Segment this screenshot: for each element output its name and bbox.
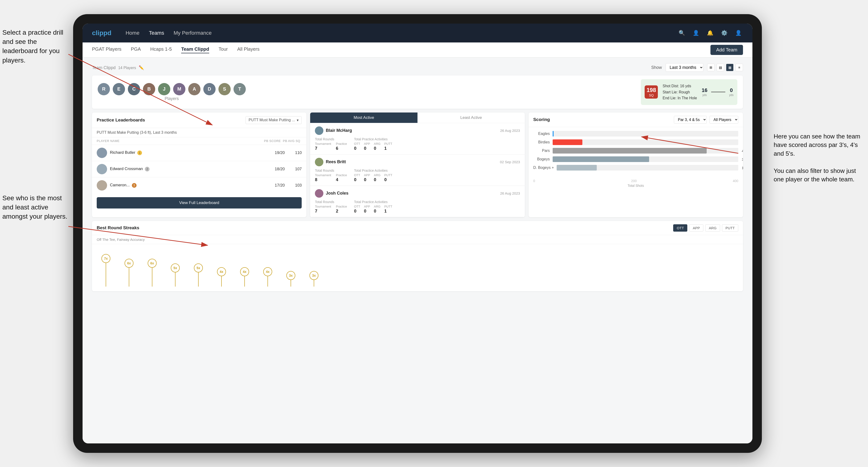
tablet-screen: clippd Home Teams My Performance 🔍 👤 🔔 ⚙… bbox=[83, 24, 752, 443]
player-avatar-8[interactable]: D bbox=[203, 83, 216, 95]
total-rounds-group-3: Total Rounds Tournament7 Practice2 bbox=[315, 200, 347, 214]
leaderboard-row-3[interactable]: Cameron... 3 17/20 103 bbox=[92, 177, 306, 193]
add-team-button[interactable]: Add Team bbox=[710, 45, 743, 55]
ap-name-row-2: Rees Britt bbox=[315, 158, 346, 166]
leaderboard-row-2[interactable]: Edward Crossman 2 18/20 107 bbox=[92, 161, 306, 177]
grid-view-icon[interactable]: ⊞ bbox=[707, 64, 715, 71]
avatar-icon[interactable]: 👤 bbox=[734, 28, 743, 38]
player-avatar-6[interactable]: M bbox=[173, 83, 185, 95]
shot-card: 198 SQ Shot Dist: 16 yds Start Lie: Roug… bbox=[641, 79, 737, 105]
users-icon[interactable]: 👤 bbox=[691, 28, 701, 38]
lb-info-2: Edward Crossman 2 bbox=[110, 166, 268, 172]
lollipop-4: 5x bbox=[171, 263, 180, 286]
subnav-team-clippd[interactable]: Team Clippd bbox=[181, 46, 209, 53]
lollipop-dot-6: 4x bbox=[217, 267, 226, 276]
nav-home[interactable]: Home bbox=[125, 30, 140, 36]
total-practice-group-2: Total Practice Activities OTT0 APP0 ARG0… bbox=[354, 168, 392, 182]
player-avatar-5[interactable]: J bbox=[158, 83, 170, 95]
lollipop-dot-3: 6x bbox=[148, 259, 157, 268]
streaks-tab-ott[interactable]: OTT bbox=[673, 224, 687, 231]
player-avatar-9[interactable]: S bbox=[218, 83, 231, 95]
lollipop-line-8 bbox=[268, 276, 268, 286]
subnav-tour[interactable]: Tour bbox=[219, 46, 228, 53]
players-card: R E C B J M A D S T Players bbox=[92, 75, 743, 109]
player-avatar-1[interactable]: R bbox=[98, 83, 110, 95]
bar-fill-birdies bbox=[553, 139, 582, 145]
three-column-grid: Practice Leaderboards PUTT Must Make Put… bbox=[92, 113, 743, 217]
subnav-pga[interactable]: PGA bbox=[131, 46, 141, 53]
leaderboard-filter[interactable]: PUTT Must Make Putting ... ▾ bbox=[246, 116, 302, 124]
player-avatar-4[interactable]: B bbox=[143, 83, 155, 95]
leaderboard-row-1[interactable]: Richard Butler 1 19/20 110 bbox=[92, 145, 306, 161]
ap-avatar-2 bbox=[315, 158, 323, 166]
ap-stats-2: Total Rounds Tournament8 Practice4 Total… bbox=[315, 168, 520, 182]
nav-teams[interactable]: Teams bbox=[149, 30, 164, 36]
settings-icon[interactable]: ⚙️ bbox=[719, 28, 729, 38]
subnav: PGAT Players PGA Hcaps 1-5 Team Clippd T… bbox=[83, 42, 752, 58]
lollipop-10: 3x bbox=[309, 271, 318, 286]
yardage-display: 16 yds 0 yds bbox=[702, 87, 734, 97]
most-active-tab[interactable]: Most Active bbox=[310, 113, 417, 123]
activity-tabs: Most Active Least Active bbox=[310, 113, 525, 123]
chart-axis-title: Total Shots bbox=[529, 184, 743, 187]
bell-icon[interactable]: 🔔 bbox=[705, 28, 715, 38]
chart-axis: 0 200 400 bbox=[529, 177, 743, 183]
lollipop-5: 5x bbox=[194, 263, 203, 286]
chevron-down-icon: ▾ bbox=[297, 118, 299, 122]
par-filter-select[interactable]: Par 3, 4 & 5s bbox=[674, 116, 707, 124]
lb-avatar-3 bbox=[97, 180, 107, 191]
player-avatar-7[interactable]: A bbox=[188, 83, 200, 95]
subnav-pgat[interactable]: PGAT Players bbox=[92, 46, 121, 53]
annotation-bottom-left: See who is the most and least active amo… bbox=[2, 193, 68, 221]
navbar-icons: 🔍 👤 🔔 ⚙️ 👤 bbox=[677, 28, 743, 38]
leaderboard-card-header: Practice Leaderboards PUTT Must Make Put… bbox=[92, 113, 306, 128]
ap-name-row-3: Josh Coles bbox=[315, 189, 348, 198]
subnav-hcaps[interactable]: Hcaps 1-5 bbox=[150, 46, 172, 53]
ap-stats-1: Total Rounds Tournament 7 Practice 6 bbox=[315, 137, 520, 151]
streaks-header: Best Round Streaks OTT APP ARG PUTT bbox=[92, 221, 743, 235]
lollipop-6: 4x bbox=[217, 267, 226, 286]
player-avatar-3[interactable]: C bbox=[128, 83, 140, 95]
lollipop-dot-10: 3x bbox=[309, 271, 318, 280]
streaks-tabs: OTT APP ARG PUTT bbox=[673, 224, 738, 231]
card-view-icon[interactable]: ▦ bbox=[726, 64, 734, 71]
lollipop-3: 6x bbox=[148, 259, 157, 286]
players-section: R E C B J M A D S T Players bbox=[98, 83, 246, 101]
ap-header-3: Josh Coles 26 Aug 2023 bbox=[315, 189, 520, 198]
scoring-card: Scoring Par 3, 4 & 5s All Players bbox=[529, 113, 743, 217]
nav-performance[interactable]: My Performance bbox=[174, 30, 212, 36]
lollipop-line-4 bbox=[175, 272, 176, 286]
lb-info-3: Cameron... 3 bbox=[110, 183, 268, 188]
view-full-leaderboard-button[interactable]: View Full Leaderboard bbox=[97, 197, 302, 209]
lollipop-1: 7x bbox=[101, 254, 111, 286]
navbar: clippd Home Teams My Performance 🔍 👤 🔔 ⚙… bbox=[83, 24, 752, 42]
player-avatar-10[interactable]: T bbox=[234, 83, 246, 95]
bar-fill-bogeys bbox=[553, 156, 649, 162]
bar-fill-dbogeys bbox=[557, 165, 596, 170]
edit-team-icon[interactable]: ✏️ bbox=[139, 65, 144, 70]
player-filter-select[interactable]: All Players bbox=[710, 116, 738, 124]
streaks-tab-arg[interactable]: ARG bbox=[705, 224, 720, 231]
bar-row-eagles: Eagles 3 bbox=[533, 131, 738, 136]
subnav-all-players[interactable]: All Players bbox=[237, 46, 259, 53]
lollipop-line-10 bbox=[314, 280, 314, 286]
team-controls: Show Last 3 months ⊞ ▤ ▦ ≡ bbox=[651, 63, 743, 72]
streaks-tab-putt[interactable]: PUTT bbox=[722, 224, 738, 231]
streaks-tab-app[interactable]: APP bbox=[689, 224, 703, 231]
team-header: Team Clippd 14 Players ✏️ Show Last 3 mo… bbox=[92, 63, 743, 72]
ap-name-row-1: Blair McHarg bbox=[315, 126, 352, 135]
least-active-tab[interactable]: Least Active bbox=[417, 113, 525, 123]
streaks-card: Best Round Streaks OTT APP ARG PUTT Off … bbox=[92, 221, 743, 291]
player-avatar-2[interactable]: E bbox=[113, 83, 125, 95]
settings-view-icon[interactable]: ≡ bbox=[736, 64, 743, 71]
search-icon[interactable]: 🔍 bbox=[677, 28, 686, 38]
bar-track-pars: 499 bbox=[553, 148, 738, 154]
list-view-icon[interactable]: ▤ bbox=[717, 64, 724, 71]
streaks-chart: 7x 6x 6x 5x bbox=[92, 244, 743, 291]
lollipop-dot-2: 6x bbox=[125, 259, 133, 268]
activity-player-3: Josh Coles 26 Aug 2023 Total Rounds Tour… bbox=[310, 186, 525, 217]
lollipop-dot-4: 5x bbox=[171, 263, 180, 272]
show-period-select[interactable]: Last 3 months bbox=[665, 63, 703, 72]
shot-info: Shot Dist: 16 yds Start Lie: Rough End L… bbox=[662, 83, 697, 101]
team-title: Team Clippd 14 Players ✏️ bbox=[92, 65, 144, 70]
